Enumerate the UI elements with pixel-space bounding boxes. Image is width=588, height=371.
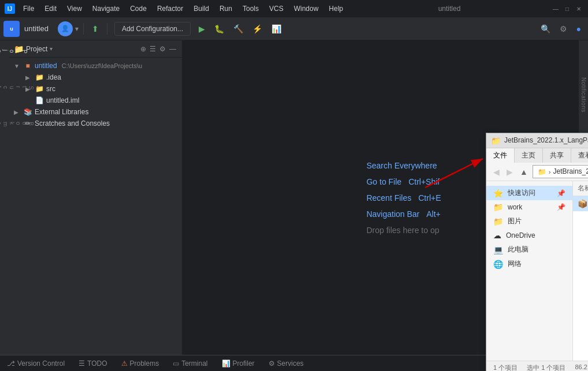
fe-file-list: 📦 zh.221.179.jar 2022/4: [573, 196, 588, 361]
minimize-panel-button[interactable]: —: [168, 44, 177, 54]
fe-sidebar-onedrive[interactable]: ☁ OneDrive: [486, 228, 572, 242]
profiler-label: Profiler: [233, 359, 255, 368]
menu-tools[interactable]: Tools: [238, 3, 263, 14]
menu-file[interactable]: File: [18, 3, 39, 14]
menu-run[interactable]: Run: [215, 3, 237, 14]
bookmarks-tab[interactable]: Bookmarks: [0, 117, 35, 131]
fe-sidebar-pictures[interactable]: 📁 图片: [486, 214, 572, 228]
menu-code[interactable]: Code: [125, 3, 151, 14]
maximize-button[interactable]: □: [563, 4, 572, 13]
fe-selected-count: 选中 1 个项目: [527, 363, 565, 371]
fe-tab-view[interactable]: 查看: [571, 148, 588, 163]
problems-label: Problems: [130, 359, 159, 368]
recent-files-label[interactable]: Recent Files: [366, 193, 411, 203]
version-control-item[interactable]: ⎇ Version Control: [5, 358, 67, 369]
fe-pictures-icon: 📁: [493, 217, 503, 226]
user-dropdown[interactable]: ▾: [75, 25, 79, 33]
build-button[interactable]: 🔨: [230, 22, 247, 36]
tree-item-iml[interactable]: ▶ 📄 untitled.iml: [9, 95, 182, 106]
debug-button[interactable]: 🐛: [211, 22, 228, 36]
fe-sidebar-label-quick-access: 快速访问: [508, 188, 535, 198]
fe-sidebar: ⭐ 快速访问 📌 📁 work 📌 📁 图片 ☁: [486, 181, 573, 361]
locate-button[interactable]: ⊕: [139, 44, 147, 54]
search-everywhere-button[interactable]: 🔍: [537, 22, 554, 36]
fe-col-name-header[interactable]: 名称: [578, 183, 588, 193]
structure-tab[interactable]: Structure: [0, 81, 35, 95]
menu-navigate[interactable]: Navigate: [88, 3, 124, 14]
terminal-item[interactable]: ▭ Terminal: [170, 358, 210, 369]
fe-ribbon-tabs: 文件 主页 共享 查看: [486, 148, 588, 163]
fe-sidebar-label-computer: 此电脑: [508, 245, 529, 254]
navigation-bar-label[interactable]: Navigation Bar: [366, 209, 419, 219]
separator-2: [107, 23, 107, 35]
fe-forward-button[interactable]: ▶: [504, 166, 515, 178]
tree-item-src[interactable]: ▶ 📁 src: [9, 83, 182, 95]
go-to-file-shortcut: Ctrl+Shif: [408, 177, 440, 186]
coverage-button[interactable]: 📊: [268, 22, 285, 36]
fe-up-button[interactable]: ▲: [518, 166, 530, 178]
menu-build[interactable]: Build: [189, 3, 214, 14]
collapse-all-button[interactable]: ☰: [148, 44, 157, 54]
run-button[interactable]: ▶: [195, 22, 209, 36]
tree-path: C:\Users\uzzf\IdeaProjects\u: [62, 62, 142, 69]
fe-sidebar-work[interactable]: 📁 work 📌: [486, 200, 572, 214]
fe-sidebar-quick-access[interactable]: ⭐ 快速访问 📌: [486, 186, 572, 200]
panel-actions: ⊕ ☰ ⚙ —: [139, 44, 177, 54]
file-icon-iml: 📄: [35, 96, 44, 105]
menu-view[interactable]: View: [62, 3, 87, 14]
toolbar: u untitled 👤 ▾ ⬆ Add Configuration... ▶ …: [0, 17, 588, 40]
fe-sidebar-label-work: work: [508, 203, 522, 211]
todo-icon: ☰: [79, 359, 85, 368]
fe-tab-file[interactable]: 文件: [486, 148, 515, 163]
library-icon: 📚: [23, 107, 32, 117]
minimize-button[interactable]: —: [551, 4, 560, 13]
add-configuration-button[interactable]: Add Configuration...: [114, 22, 191, 36]
todo-label: TODO: [87, 359, 107, 368]
settings-button[interactable]: ⚙: [556, 22, 571, 36]
tree-item-external-libraries[interactable]: ▶ 📚 External Libraries: [9, 106, 182, 118]
fe-sidebar-network[interactable]: 🌐 网络: [486, 257, 572, 271]
go-to-file-label[interactable]: Go to File: [366, 177, 401, 186]
separator-1: [83, 23, 84, 35]
tree-item-idea[interactable]: ▶ 📁 .idea: [9, 72, 182, 83]
services-item[interactable]: ⚙ Services: [266, 358, 306, 369]
panel-header: 📁 Project ▾ ⊕ ☰ ⚙ —: [9, 40, 182, 58]
menu-vcs[interactable]: VCS: [265, 3, 288, 14]
profiler-item[interactable]: 📊 Profiler: [219, 358, 257, 369]
fe-back-button[interactable]: ◀: [491, 166, 502, 178]
module-icon: ■: [23, 61, 32, 70]
fe-address-bar[interactable]: 📁 › JetBrains_2022.1.x_LangPack(汉化包): [533, 165, 588, 178]
file-explorer: 📁 JetBrains_2022.1.x_LangPack(汉化包) — □ ✕…: [486, 133, 588, 371]
version-control-label: Version Control: [17, 359, 65, 368]
services-icon: ⚙: [269, 359, 275, 368]
fe-title: JetBrains_2022.1.x_LangPack(汉化包): [504, 136, 588, 145]
fe-pin-icon: 📌: [557, 189, 565, 197]
fe-tab-home[interactable]: 主页: [515, 148, 543, 163]
vcs-button[interactable]: ⬆: [88, 22, 102, 36]
action-go-to-file: Go to File Ctrl+Shif: [366, 177, 440, 186]
tree-label-iml: untitled.iml: [46, 96, 79, 104]
project-tab[interactable]: Project: [0, 45, 29, 58]
options-button[interactable]: ⚙: [158, 44, 167, 54]
menu-window[interactable]: Window: [289, 3, 323, 14]
build-project-button[interactable]: ⚡: [249, 22, 266, 36]
editor-area: Search Everywhere Go to File Ctrl+Shif R…: [183, 40, 579, 355]
close-button[interactable]: ✕: [574, 4, 583, 13]
notifications-tab[interactable]: Notifications: [579, 75, 588, 115]
todo-item[interactable]: ☰ TODO: [76, 358, 109, 369]
menu-refactor[interactable]: Refactor: [152, 3, 188, 14]
fe-sidebar-computer[interactable]: 💻 此电脑: [486, 242, 572, 257]
fe-file-item-jar[interactable]: 📦 zh.221.179.jar 2022/4: [573, 196, 588, 211]
problems-item[interactable]: ⚠ Problems: [119, 358, 162, 369]
fe-content: 名称 ▲ 修改日 📦 zh.221.179.jar 2022/4: [573, 181, 588, 361]
search-everywhere-label[interactable]: Search Everywhere: [366, 161, 437, 170]
tree-item-scratches[interactable]: ▶ ✏ Scratches and Consoles: [9, 118, 182, 129]
plugins-button[interactable]: ●: [573, 22, 585, 36]
tree-item-untitled[interactable]: ▼ ■ untitled C:\Users\uzzf\IdeaProjects\…: [9, 60, 182, 72]
fe-tab-share[interactable]: 共享: [543, 148, 571, 163]
menu-edit[interactable]: Edit: [40, 3, 61, 14]
user-avatar[interactable]: 👤: [58, 21, 73, 36]
profiler-icon: 📊: [222, 359, 230, 368]
folder-icon-idea: 📁: [35, 73, 44, 82]
menu-help[interactable]: Help: [324, 3, 348, 14]
